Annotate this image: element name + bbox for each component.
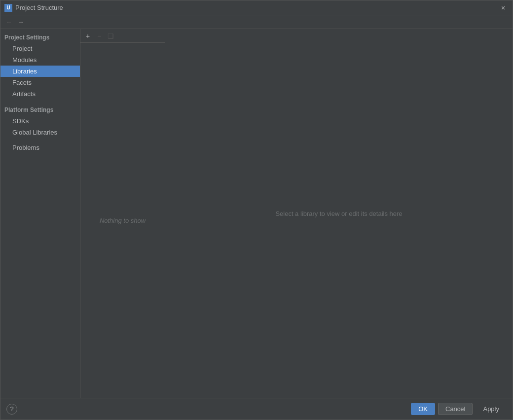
close-button[interactable]: ×	[498, 2, 509, 13]
app-icon: U	[4, 4, 12, 12]
remove-library-button[interactable]: −	[94, 31, 105, 41]
select-hint-text: Select a library to view or edit its det…	[275, 210, 402, 217]
ok-button[interactable]: OK	[411, 403, 435, 415]
sidebar-item-problems[interactable]: Problems	[0, 142, 80, 153]
sidebar-item-libraries[interactable]: Libraries	[0, 66, 80, 77]
footer-buttons: OK Cancel Apply	[411, 403, 507, 415]
sidebar-item-modules[interactable]: Modules	[0, 54, 80, 66]
sidebar-item-facets[interactable]: Facets	[0, 77, 80, 88]
project-structure-dialog: U Project Structure × ← → Project Settin…	[0, 0, 513, 420]
sidebar-divider-2	[0, 138, 80, 142]
nav-bar: ← →	[0, 15, 513, 29]
back-button[interactable]: ←	[3, 17, 14, 28]
apply-button[interactable]: Apply	[476, 403, 507, 415]
sidebar-item-artifacts[interactable]: Artifacts	[0, 88, 80, 100]
platform-settings-label: Platform Settings	[0, 104, 80, 115]
project-settings-label: Project Settings	[0, 31, 80, 43]
sidebar-item-global-libraries[interactable]: Global Libraries	[0, 127, 80, 138]
help-button[interactable]: ?	[6, 404, 17, 415]
nothing-to-show-label: Nothing to show	[100, 217, 146, 224]
right-panel: Select a library to view or edit its det…	[165, 29, 513, 398]
middle-content-area: Nothing to show	[80, 43, 165, 398]
cancel-button[interactable]: Cancel	[438, 403, 473, 415]
sidebar-divider	[0, 100, 80, 104]
sidebar-item-project[interactable]: Project	[0, 43, 80, 54]
title-bar: U Project Structure ×	[0, 0, 513, 15]
footer: ? OK Cancel Apply	[0, 398, 513, 420]
add-library-button[interactable]: +	[82, 31, 93, 41]
copy-library-button[interactable]: ❏	[105, 31, 116, 41]
forward-button[interactable]: →	[15, 17, 26, 28]
sidebar-item-sdks[interactable]: SDKs	[0, 115, 80, 127]
sidebar: Project Settings Project Modules Librari…	[0, 29, 80, 398]
main-content: Project Settings Project Modules Librari…	[0, 29, 513, 398]
middle-panel: + − ❏ Nothing to show	[80, 29, 165, 398]
dialog-title: Project Structure	[15, 4, 498, 11]
middle-toolbar: + − ❏	[80, 29, 165, 43]
